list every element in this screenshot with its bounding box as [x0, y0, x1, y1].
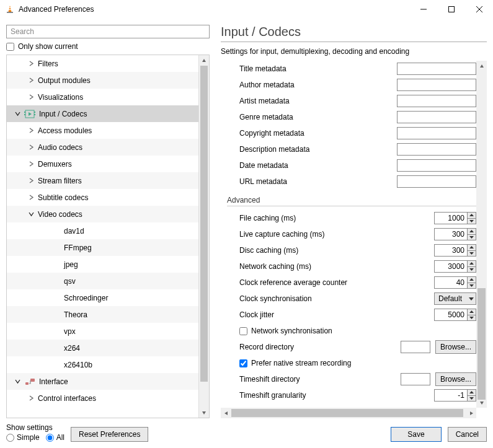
metadata-input[interactable]	[397, 175, 476, 188]
spin-up-icon[interactable]	[468, 213, 476, 218]
spin-down-icon[interactable]	[468, 250, 476, 257]
clock-sync-select[interactable]: Default	[434, 292, 476, 305]
spin-control[interactable]	[434, 309, 476, 321]
tree-item[interactable]: Theora	[7, 306, 198, 323]
scroll-right-icon[interactable]	[466, 408, 476, 418]
chevron-right-icon[interactable]	[27, 59, 35, 68]
tree-scrollbar[interactable]	[198, 55, 209, 418]
tree-item[interactable]: Output modules	[7, 72, 198, 89]
chevron-right-icon[interactable]	[27, 177, 35, 185]
settings-hscroll-thumb[interactable]	[231, 409, 463, 417]
spin-input[interactable]	[434, 212, 467, 224]
spin-up-icon[interactable]	[468, 390, 476, 395]
spin-input[interactable]	[434, 276, 467, 289]
tree-item[interactable]: x264	[7, 340, 198, 356]
chevron-right-icon[interactable]	[27, 76, 35, 85]
spin-up-icon[interactable]	[468, 261, 476, 266]
spin-input[interactable]	[434, 389, 467, 402]
mode-all-radio[interactable]: All	[46, 433, 64, 442]
maximize-button[interactable]	[437, 0, 465, 19]
minimize-button[interactable]	[409, 0, 437, 19]
tree-item[interactable]: Control interfaces	[7, 390, 198, 406]
spin-control[interactable]	[434, 228, 476, 240]
chevron-down-icon[interactable]	[27, 210, 35, 219]
tree-item[interactable]: Visualizations	[7, 89, 198, 105]
spin-control[interactable]	[434, 212, 476, 224]
spin-input[interactable]	[434, 309, 467, 321]
metadata-input[interactable]	[397, 63, 476, 75]
prefer-native-input[interactable]	[239, 359, 247, 367]
search-input[interactable]	[6, 25, 210, 38]
tree-item[interactable]: jpeg	[7, 256, 198, 273]
tree-item[interactable]: Audio codecs	[7, 139, 198, 156]
save-button[interactable]: Save	[391, 427, 441, 442]
only-show-current-checkbox[interactable]: Only show current	[6, 42, 210, 51]
network-sync-input[interactable]	[239, 327, 247, 335]
metadata-input[interactable]	[397, 95, 476, 107]
tree-item[interactable]: FFmpeg	[7, 239, 198, 256]
spin-input[interactable]	[434, 260, 467, 273]
tree-item[interactable]: Input / Codecs	[7, 105, 198, 122]
chevron-right-icon[interactable]	[27, 143, 35, 152]
scroll-left-icon[interactable]	[221, 408, 231, 418]
settings-hscrollbar[interactable]	[221, 408, 476, 418]
only-show-current-input[interactable]	[6, 43, 14, 51]
browse-button[interactable]: Browse...	[435, 372, 476, 386]
spin-down-icon[interactable]	[468, 315, 476, 321]
timeshift-directory-input[interactable]	[401, 373, 430, 385]
tree-item[interactable]: dav1d	[7, 222, 198, 239]
metadata-input[interactable]	[397, 159, 476, 172]
spin-down-icon[interactable]	[468, 395, 476, 402]
settings-vscrollbar[interactable]	[476, 61, 487, 408]
browse-button[interactable]: Browse...	[435, 340, 476, 354]
network-sync-checkbox[interactable]: Network synchronisation	[239, 323, 476, 339]
mode-all-input[interactable]	[46, 434, 54, 442]
chevron-right-icon[interactable]	[27, 126, 35, 135]
scroll-down-icon[interactable]	[199, 407, 209, 418]
tree-item[interactable]: Stream filters	[7, 172, 198, 189]
record-directory-input[interactable]	[401, 341, 430, 353]
spin-control[interactable]	[434, 389, 476, 402]
spin-up-icon[interactable]	[468, 309, 476, 315]
tree-item[interactable]: Demuxers	[7, 156, 198, 172]
spin-control[interactable]	[434, 260, 476, 273]
spin-up-icon[interactable]	[468, 245, 476, 250]
settings-vscroll-thumb[interactable]	[477, 288, 486, 400]
metadata-input[interactable]	[397, 143, 476, 156]
metadata-input[interactable]	[397, 127, 476, 139]
tree-item[interactable]: Video codecs	[7, 206, 198, 222]
mode-simple-radio[interactable]: Simple	[6, 433, 40, 442]
spin-control[interactable]	[434, 244, 476, 257]
scroll-up-icon[interactable]	[199, 55, 209, 66]
spin-down-icon[interactable]	[468, 266, 476, 273]
spin-down-icon[interactable]	[468, 234, 476, 240]
tree-item[interactable]: Subtitle codecs	[7, 189, 198, 206]
chevron-right-icon[interactable]	[27, 394, 35, 403]
scroll-up-icon[interactable]	[476, 61, 487, 71]
chevron-down-icon[interactable]	[13, 377, 22, 386]
spin-input[interactable]	[434, 228, 467, 240]
spin-up-icon[interactable]	[468, 277, 476, 283]
tree-item[interactable]: Interface	[7, 373, 198, 390]
prefer-native-checkbox[interactable]: Prefer native stream recording	[239, 355, 476, 371]
tree-item[interactable]: x26410b	[7, 356, 198, 373]
spin-down-icon[interactable]	[468, 283, 476, 289]
chevron-right-icon[interactable]	[27, 160, 35, 169]
tree-item[interactable]: Schroedinger	[7, 289, 198, 306]
metadata-input[interactable]	[397, 79, 476, 91]
mode-simple-input[interactable]	[6, 434, 14, 442]
tree-item[interactable]: vpx	[7, 323, 198, 340]
spin-down-icon[interactable]	[468, 218, 476, 224]
tree-item[interactable]: Filters	[7, 55, 198, 72]
reset-preferences-button[interactable]: Reset Preferences	[71, 427, 148, 442]
tree-item[interactable]: Access modules	[7, 122, 198, 139]
spin-control[interactable]	[434, 276, 476, 289]
chevron-right-icon[interactable]	[27, 193, 35, 202]
chevron-right-icon[interactable]	[27, 93, 35, 102]
spin-up-icon[interactable]	[468, 229, 476, 234]
close-button[interactable]	[465, 0, 493, 19]
spin-input[interactable]	[434, 244, 467, 257]
chevron-down-icon[interactable]	[13, 110, 22, 118]
tree-scroll-thumb[interactable]	[200, 66, 208, 382]
cancel-button[interactable]: Cancel	[448, 427, 487, 442]
